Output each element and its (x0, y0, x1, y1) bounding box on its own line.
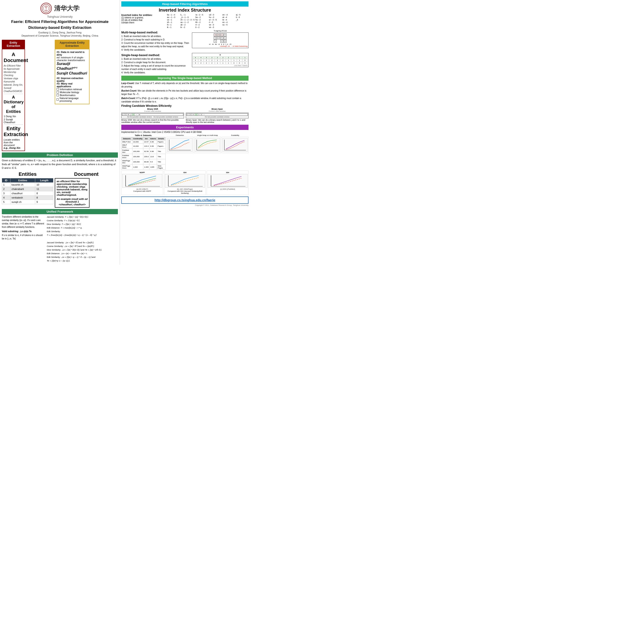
inv-right: ka→1→4k_→1ra→2→5ud→3en→4aj→5 au→1→3_e→1→… (167, 14, 249, 28)
multi-heap-title: Multi-heap-based method: (121, 31, 191, 34)
entity-ext-title: Entity Extraction (4, 126, 23, 137)
binary-span-desc: Binary Span: We can do a binary search b… (186, 119, 249, 123)
ed-label: ed=3 (72, 67, 77, 69)
datasets-table: Datasets Cardinality len tokens Details … (121, 137, 166, 170)
doc-section-header: Document (55, 171, 118, 177)
approx-item2: #2: Improve extraction quality (57, 77, 88, 82)
single-heap-diagram: D 4 4 3 2 2 2 2 1 1 1 4 3 (192, 52, 249, 74)
chart-scalability-area (223, 138, 248, 152)
entities-doc-section: Entities ID Entities Length 1kaushik ch1… (2, 171, 118, 208)
single-vs-multi: single-heap vs multi-heap (194, 134, 221, 136)
unified-left-text: Transform different similarities to the … (2, 215, 45, 229)
binary-span-diagram: 1 ··· 2 → 1 2 ··· the last possible cand… (186, 113, 249, 118)
binary-span-label: Binary Span (186, 108, 249, 110)
ish-label-c: ISH (208, 172, 248, 174)
checkbox-icon-3 (57, 94, 59, 96)
multi-heap-steps: 1: Build an inverted index for all entit… (121, 35, 191, 52)
inv-data-grid: ka→1→4k_→1ra→2→5ud→3en→4aj→5 au→1→3_e→1→… (167, 14, 249, 28)
svg-text:大学: 大学 (45, 8, 47, 10)
multi-heap-left: Multi-heap-based method: 1: Build an inv… (121, 30, 191, 52)
finding-title: Finding Candidate Windows Efficiently (121, 104, 249, 107)
col-entities: Entities (10, 178, 35, 182)
checkbox-item-3: Bioinformatics (57, 94, 88, 97)
table-row: WebPage Dict100,00066.895.5Title (122, 159, 166, 164)
chart-datasets (167, 137, 193, 153)
chart-labels: Datasetss single-heap vs multi-heap Scal… (167, 134, 249, 136)
paper-header: 清华 大学 1911 清华大学 Tsinghua University Faer… (2, 2, 118, 38)
inv-desc-1: (1) tokens or q-grams; (121, 16, 165, 19)
problem-def-text: Given a dictionary of entities E = {e₁, … (2, 159, 118, 170)
col-id: ID (2, 178, 10, 182)
binary-shift-desc: Binary Shift: We can do a binary search … (121, 119, 184, 123)
chart-single-multi-area (195, 138, 220, 152)
exp-table-section: Table 4: Datasets. Datasets Cardinality … (121, 134, 166, 170)
svg-text:清华: 清华 (45, 6, 47, 8)
table-row: 3chaudhuri8 (2, 191, 53, 195)
authors: Guoliang Li, Dong Deng, Jianhua Feng (2, 31, 118, 34)
inverted-index-section: Inverted index for entities: (1) tokens … (121, 14, 249, 28)
s2: 2: Construct a single heap for the docum… (121, 61, 191, 64)
binary-shift-label: Binary Shift (121, 108, 184, 110)
table-row: DBLP Docs10,000123.36.99Papers (122, 144, 166, 149)
paper-title-line1: Faerie: Efficient Filtering Algorithms f… (2, 19, 118, 24)
chart-c: ISH (c) EDS (PubMed) (207, 171, 249, 195)
paper-title-line2: Dictionary-based Entity Extraction (2, 25, 118, 30)
inverted-index-title: Inverted Index Structure (121, 7, 249, 13)
step3: 3: Count the occurrence number of the to… (121, 41, 191, 48)
approx-name2: Surajit Chaudhuri (57, 71, 88, 76)
s1: 1: Build an inverted index for all entit… (121, 57, 191, 61)
url-box[interactable]: http://dbgroup.cs.tsinghua.edu.cn/faerie (121, 196, 249, 204)
inv-desc-2: (2) ids of entities that (121, 19, 165, 21)
table-row: 2chakrabarti11 (2, 187, 53, 191)
step2: 2: Construct a heap for each substring i… (121, 38, 191, 41)
binary-shift-note: the first possible candidate window the … (122, 116, 183, 118)
exp-header: Experiments (121, 125, 249, 130)
unified-formulas: Jaccard Similarity: T = ⌈(|e| + |s|) * δ… (47, 215, 118, 263)
s3: 3: Adjust the heap, using a set of array… (121, 64, 191, 71)
s4: 4: Verify the candidates. (121, 71, 191, 74)
multi-heap-section: Multi-heap-based method: 1: Build an inv… (121, 30, 249, 52)
approx-name1: Surauijt Chadhuried=3 (57, 62, 88, 71)
inv-left: Inverted index for entities: (1) tokens … (121, 14, 165, 28)
ish-label: ISH (165, 172, 205, 174)
unified-left: Transform different similarities to the … (2, 215, 45, 263)
entities-table: ID Entities Length 1kaushik ch10 2chakra… (2, 178, 53, 204)
chinese-title: 清华大学 (54, 4, 80, 13)
chart-single-multi (194, 137, 221, 153)
university-seal: 清华 大学 1911 (40, 3, 52, 14)
single-heap-vis: D 4 4 3 2 2 2 2 1 1 1 4 3 (192, 53, 249, 67)
lazy-count: Lazy-Count: Use Tᵢ instead of T, which o… (121, 82, 249, 88)
table-row: WebPage Docs1,0001,0001265Web Pages (122, 164, 166, 170)
copyright: Copyright © 2011, Database Research Grou… (121, 204, 249, 206)
less-than-t-note: Less than T tokens (193, 65, 248, 66)
svg-text:1911: 1911 (45, 10, 47, 11)
binary-span-box: Binary Span Current valid window 1 ··· 2… (186, 108, 249, 123)
single-heap-left: Single-heap-based method: 1: Build an in… (121, 52, 191, 74)
table-row: 4venkatesh8 (2, 195, 53, 200)
single-heap-steps: 1: Build an inverted index for all entit… (121, 57, 191, 74)
unified-right: Jaccard Similarity: T = ⌈(|e| + |s|) * δ… (47, 215, 118, 263)
current-valid-window-1: Current valid window (121, 110, 184, 112)
top-charts (167, 137, 249, 153)
chart-scalability (222, 137, 249, 153)
chart-b: ISH (b) JAC (WebPage) Compared with ISH … (164, 171, 206, 195)
chart-b-area (165, 174, 205, 188)
entities-header: Entities (2, 171, 53, 177)
batch-count: Batch-Count: If Tᵢ≤ |Pe[i···j]| ≤ e and … (121, 97, 249, 103)
doc-italic-text: An Efficient Filter for Approximate Memb… (4, 64, 23, 93)
approx-item3: #3: Many real applications (57, 82, 88, 88)
doc-example: An example result with ed threshold 1 <c… (57, 198, 88, 206)
document-section: an efficient filter for approximate memb… (55, 178, 90, 208)
single-heap-title: Single-heap-based method: (121, 53, 191, 57)
step1: 1: Build an inverted index for all entit… (121, 35, 191, 38)
department: Department of Computer Science, Tsinghua… (2, 34, 118, 37)
improving-content: Lazy-Count: Use Tᵢ instead of T, which o… (121, 82, 249, 103)
table-row: 5surajit ch9 (2, 200, 53, 204)
problem-def-header: Problem Definition (2, 152, 118, 158)
step4: 4: Verify the candidates. (121, 48, 191, 52)
unified-header: Unified Framework (2, 209, 118, 214)
url-link[interactable]: http://dbgroup.cs.tsinghua.edu.cn/faerie (154, 198, 215, 202)
valid-substring: Valid substring: ⊥e ≤|s|≤ Te (2, 230, 45, 233)
table-row: DBLP Dict10,00010.576.99Papers (122, 140, 166, 144)
col-length: Length (35, 178, 53, 182)
